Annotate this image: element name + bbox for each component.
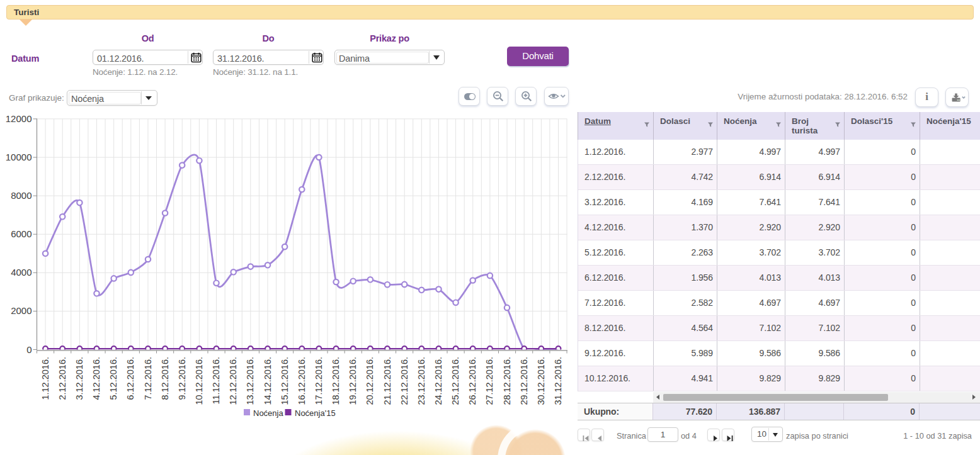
svg-text:24.12.2016.: 24.12.2016. [433,357,443,405]
svg-text:10000: 10000 [6,152,32,162]
svg-text:Noćenja'15: Noćenja'15 [295,408,336,418]
svg-text:5.12.2016.: 5.12.2016. [108,357,118,400]
svg-text:12.12.2016.: 12.12.2016. [228,357,238,405]
svg-text:20.12.2016.: 20.12.2016. [365,357,375,405]
svg-text:12000: 12000 [6,113,32,124]
svg-text:16.12.2016.: 16.12.2016. [297,357,307,405]
svg-text:0: 0 [26,344,31,355]
svg-text:27.12.2016.: 27.12.2016. [484,357,494,405]
svg-text:19.12.2016.: 19.12.2016. [348,357,358,405]
svg-text:28.12.2016.: 28.12.2016. [502,357,512,405]
svg-text:6.12.2016.: 6.12.2016. [125,357,135,400]
svg-text:29.12.2016.: 29.12.2016. [519,357,529,405]
svg-text:17.12.2016.: 17.12.2016. [314,357,324,405]
svg-text:22.12.2016.: 22.12.2016. [399,357,409,405]
svg-text:30.12.2016.: 30.12.2016. [536,357,546,405]
svg-text:21.12.2016.: 21.12.2016. [382,357,392,405]
svg-text:9.12.2016.: 9.12.2016. [177,357,187,400]
svg-text:7.12.2016.: 7.12.2016. [143,357,153,400]
svg-text:25.12.2016.: 25.12.2016. [450,357,460,405]
svg-text:2000: 2000 [11,305,31,316]
svg-text:1.12.2016.: 1.12.2016. [40,357,50,400]
svg-text:15.12.2016.: 15.12.2016. [280,357,290,405]
svg-text:3.12.2016.: 3.12.2016. [74,357,84,400]
svg-text:Noćenja: Noćenja [253,408,283,418]
svg-text:8.12.2016.: 8.12.2016. [160,357,170,400]
svg-text:10.12.2016.: 10.12.2016. [194,357,204,405]
svg-text:14.12.2016.: 14.12.2016. [263,357,273,405]
svg-text:23.12.2016.: 23.12.2016. [416,357,426,405]
svg-text:4.12.2016.: 4.12.2016. [91,357,101,400]
svg-text:13.12.2016.: 13.12.2016. [245,357,255,405]
svg-text:8000: 8000 [11,190,31,201]
svg-text:11.12.2016.: 11.12.2016. [211,357,221,405]
svg-text:31.12.2016.: 31.12.2016. [553,357,563,405]
svg-text:4000: 4000 [11,267,31,278]
svg-text:2.12.2016.: 2.12.2016. [57,357,67,400]
svg-text:26.12.2016.: 26.12.2016. [467,357,477,405]
svg-text:6000: 6000 [11,228,31,239]
svg-text:18.12.2016.: 18.12.2016. [331,357,341,405]
